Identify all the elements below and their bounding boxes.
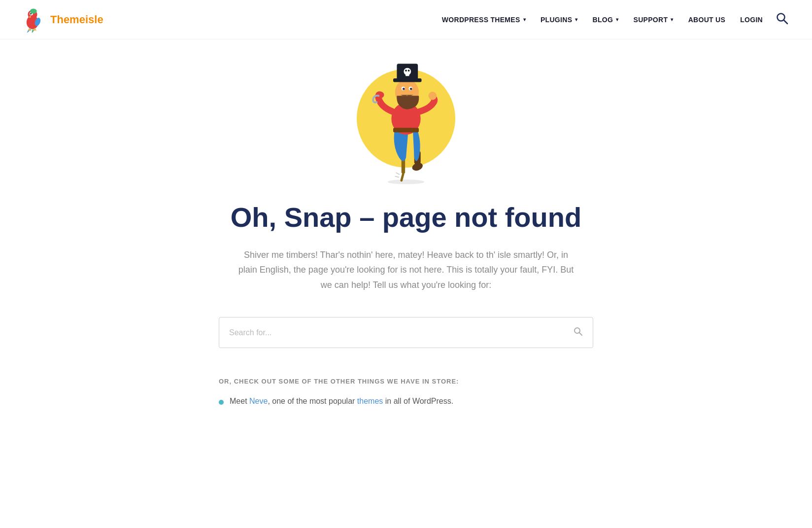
- site-header: Themeisle WORDPRESS THEMES ▾ PLUGINS ▾ B…: [0, 0, 812, 39]
- list-item: Meet Neve, one of the most popular theme…: [219, 397, 593, 406]
- svg-point-21: [410, 88, 412, 90]
- parrot-logo-icon: [20, 7, 45, 33]
- svg-point-15: [429, 92, 437, 100]
- svg-point-5: [30, 8, 37, 13]
- bullet-dot-icon: [219, 400, 224, 405]
- svg-point-9: [388, 179, 424, 184]
- site-logo[interactable]: Themeisle: [20, 7, 103, 33]
- nav-item-login[interactable]: LOGIN: [734, 12, 769, 28]
- svg-point-26: [405, 70, 407, 71]
- logo-text: Themeisle: [50, 13, 103, 26]
- svg-point-27: [408, 70, 410, 71]
- main-nav: WORDPRESS THEMES ▾ PLUGINS ▾ BLOG ▾ SUPP…: [436, 8, 792, 32]
- svg-line-8: [784, 20, 788, 24]
- pirate-figure-icon: [352, 59, 460, 187]
- nav-item-about-us[interactable]: ABOUT US: [682, 12, 732, 28]
- search-input[interactable]: [219, 319, 563, 346]
- checkout-label: OR, CHECK OUT SOME OF THE OTHER THINGS W…: [219, 378, 593, 385]
- nav-item-wordpress-themes[interactable]: WORDPRESS THEMES ▾: [436, 12, 532, 28]
- neve-link[interactable]: Neve: [249, 397, 268, 405]
- svg-rect-25: [406, 74, 409, 76]
- checkout-section: OR, CHECK OUT SOME OF THE OTHER THINGS W…: [219, 378, 593, 411]
- svg-line-32: [579, 333, 582, 335]
- svg-line-29: [396, 173, 400, 175]
- svg-line-30: [395, 176, 399, 177]
- search-container: [219, 317, 593, 348]
- chevron-down-icon: ▾: [575, 17, 577, 22]
- chevron-down-icon: ▾: [616, 17, 618, 22]
- svg-point-4: [30, 13, 31, 13]
- search-icon[interactable]: [772, 8, 792, 32]
- chevron-down-icon: ▾: [523, 17, 526, 22]
- themes-link[interactable]: themes: [357, 397, 383, 405]
- search-button[interactable]: [563, 317, 593, 348]
- search-submit-icon: [573, 326, 583, 336]
- nav-item-support[interactable]: SUPPORT ▾: [628, 12, 679, 28]
- pirate-illustration: [342, 59, 470, 187]
- error-heading: Oh, Snap – page not found: [231, 202, 581, 233]
- nav-item-blog[interactable]: BLOG ▾: [587, 12, 625, 28]
- checkout-list: Meet Neve, one of the most popular theme…: [219, 397, 593, 406]
- chevron-down-icon: ▾: [671, 17, 673, 22]
- svg-line-28: [402, 174, 404, 180]
- main-content: Oh, Snap – page not found Shiver me timb…: [209, 39, 603, 450]
- error-description: Shiver me timbers! Thar's nothin' here, …: [234, 247, 578, 293]
- svg-point-20: [403, 88, 405, 90]
- svg-rect-14: [393, 128, 419, 132]
- nav-item-plugins[interactable]: PLUGINS ▾: [535, 12, 584, 28]
